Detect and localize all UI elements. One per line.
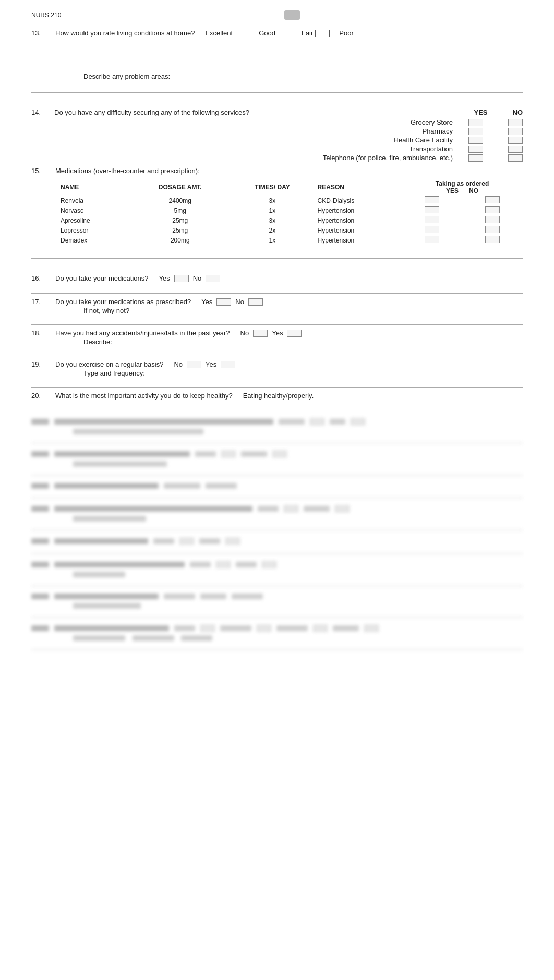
q18-yes-label: Yes <box>272 329 283 337</box>
q19-no-box[interactable] <box>187 361 201 368</box>
question-14: 14. Do you have any difficulty securing … <box>31 108 523 162</box>
service-transportation-yes-box[interactable] <box>468 146 483 153</box>
service-transportation: Transportation <box>410 145 523 153</box>
med-2-taking-no[interactable] <box>485 216 500 223</box>
q18-no-label: No <box>240 329 249 337</box>
col-reason: REASON <box>315 179 402 196</box>
q13-number: 13. <box>31 29 50 37</box>
service-transportation-no-box[interactable] <box>508 146 523 153</box>
med-0-times: 3x <box>230 196 314 205</box>
taking-header-label: Taking as ordered <box>436 180 489 187</box>
taking-yes-label: YES <box>446 187 459 195</box>
med-extra-line1 <box>31 249 523 259</box>
q13-good-box[interactable] <box>278 30 292 37</box>
service-telephone-yes-box[interactable] <box>468 154 483 162</box>
page-header: NURS 210 <box>31 10 523 20</box>
med-2-taking-yes[interactable] <box>425 216 439 223</box>
q17-yes-box[interactable] <box>216 298 231 306</box>
q18-no-box[interactable] <box>253 330 268 337</box>
q14-yes-label: YES <box>474 108 487 116</box>
med-4-taking-yes[interactable] <box>425 236 439 243</box>
service-grocery-yes-box[interactable] <box>468 119 483 126</box>
q16-line <box>31 285 523 294</box>
q13-good: Good <box>259 29 292 37</box>
service-transportation-boxes <box>468 146 523 153</box>
blurred-q22 <box>31 451 523 476</box>
med-2-times: 3x <box>230 215 314 225</box>
q19-yes-label: Yes <box>206 360 216 368</box>
service-telephone-no-box[interactable] <box>508 154 523 162</box>
blurred-q28 <box>31 625 523 650</box>
q14-no-label: NO <box>513 108 523 116</box>
service-health-care-yes-box[interactable] <box>468 137 483 144</box>
med-0-taking-no[interactable] <box>485 196 500 203</box>
q13-excellent: Excellent <box>205 29 249 37</box>
med-extra-line2 <box>31 260 523 269</box>
q14-yes-no-labels: YES NO <box>474 108 523 116</box>
q13-poor-box[interactable] <box>356 30 370 37</box>
service-transportation-label: Transportation <box>410 145 453 153</box>
question-18: 18. Have you had any accidents/injuries/… <box>31 329 523 337</box>
q19-number: 19. <box>31 360 50 368</box>
q13-fair-box[interactable] <box>315 30 330 37</box>
service-grocery-boxes <box>468 119 523 126</box>
med-1-taking-no[interactable] <box>485 206 500 213</box>
q16-yes-label: Yes <box>159 274 170 282</box>
med-4-name: Demadex <box>57 235 130 245</box>
taking-no-label: NO <box>469 187 478 195</box>
course-title: NURS 210 <box>31 11 61 19</box>
service-pharmacy-yes-box[interactable] <box>468 128 483 135</box>
col-dosage: DOSAGE AMT. <box>130 179 230 196</box>
med-3-dosage: 25mg <box>130 225 230 235</box>
question-16: 16. Do you take your medications? Yes No <box>31 274 523 282</box>
page-indicator <box>284 10 300 20</box>
q13-excellent-box[interactable] <box>235 30 249 37</box>
service-pharmacy-no-box[interactable] <box>508 128 523 135</box>
service-health-care-no-box[interactable] <box>508 137 523 144</box>
q16-yes-box[interactable] <box>174 275 189 282</box>
q17-yn: Yes No <box>201 298 263 306</box>
q14-right: YES NO <box>474 108 523 117</box>
q18-describe: Describe: <box>83 338 523 346</box>
q13-text: How would you rate living conditions at … <box>55 29 195 37</box>
q14-text: Do you have any difficulty securing any … <box>54 108 249 116</box>
q16-number: 16. <box>31 274 50 282</box>
q17-no-box[interactable] <box>248 298 263 306</box>
describe-problem-label: Describe any problem areas: <box>83 72 170 80</box>
q17-yes-label: Yes <box>201 298 212 306</box>
col-name: NAME <box>57 179 130 196</box>
q20-line <box>31 404 523 412</box>
med-3-taking-no[interactable] <box>485 226 500 233</box>
med-3-taking-yes[interactable] <box>425 226 439 233</box>
med-1-times: 1x <box>230 205 314 215</box>
q14-header-row: 14. Do you have any difficulty securing … <box>31 108 523 117</box>
med-row-4: Demadex 200mg 1x Hypertension <box>57 235 523 245</box>
med-row-2: Apresoline 25mg 3x Hypertension <box>57 215 523 225</box>
q14-services: Grocery Store Pharmacy Health Care Facil… <box>31 118 523 162</box>
medications-table: NAME DOSAGE AMT. TIMES/ DAY REASON Takin… <box>57 179 523 245</box>
med-1-reason: Hypertension <box>315 205 402 215</box>
med-1-taking-yes[interactable] <box>425 206 439 213</box>
question-19: 19. Do you exercise on a regular basis? … <box>31 360 523 368</box>
med-3-reason: Hypertension <box>315 225 402 235</box>
med-0-taking-yes[interactable] <box>425 196 439 203</box>
q17-if-not: If not, why not? <box>83 307 523 314</box>
q19-line <box>31 379 523 388</box>
med-0-name: Renvela <box>57 196 130 205</box>
q17-no-label: No <box>235 298 244 306</box>
q18-yn: No Yes <box>240 329 302 337</box>
service-grocery-no-box[interactable] <box>508 119 523 126</box>
service-grocery: Grocery Store <box>411 118 523 126</box>
med-3-name: Lopressor <box>57 225 130 235</box>
q19-yes-box[interactable] <box>221 361 235 368</box>
q19-type: Type and frequency: <box>83 369 523 377</box>
med-1-name: Norvasc <box>57 205 130 215</box>
med-0-dosage: 2400mg <box>130 196 230 205</box>
medications-table-wrapper: NAME DOSAGE AMT. TIMES/ DAY REASON Takin… <box>57 179 523 245</box>
describe-problem-line2 <box>31 95 523 104</box>
blurred-q23 <box>31 483 523 498</box>
q18-yes-box[interactable] <box>287 330 302 337</box>
q16-no-box[interactable] <box>206 275 220 282</box>
med-4-taking-no[interactable] <box>485 236 500 243</box>
q18-line <box>31 348 523 356</box>
